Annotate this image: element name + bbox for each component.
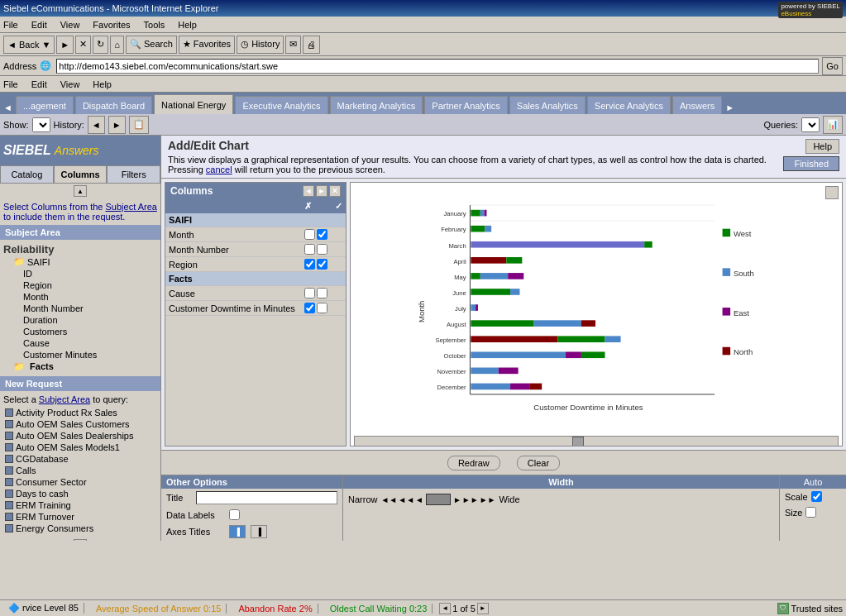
tab-national-energy[interactable]: National Energy bbox=[154, 94, 233, 114]
tab-executive-analytics[interactable]: Executive Analytics bbox=[235, 96, 327, 114]
panel-icon-3[interactable]: ✕ bbox=[329, 185, 341, 197]
home-button[interactable]: ⌂ bbox=[110, 36, 124, 54]
tab-dispatch-board[interactable]: Dispatch Board bbox=[75, 96, 152, 114]
nr-activity-product[interactable]: Activity Product Rx Sales bbox=[3, 407, 157, 418]
nr-calls[interactable]: Calls bbox=[3, 465, 157, 476]
tabs-next-arrow[interactable]: ► bbox=[724, 101, 736, 114]
slider-right1[interactable]: ► bbox=[453, 495, 461, 504]
tab-marketing-analytics[interactable]: Marketing Analytics bbox=[330, 96, 423, 114]
panel-icon-2[interactable]: ► bbox=[316, 185, 327, 197]
datalabels-checkbox[interactable] bbox=[229, 509, 240, 520]
cancel-link[interactable]: cancel bbox=[206, 165, 232, 174]
axes-title-btn1[interactable]: ▐ bbox=[229, 525, 246, 538]
month-check-checkbox[interactable] bbox=[317, 229, 327, 240]
history-icon[interactable]: 📋 bbox=[129, 116, 149, 134]
custdowntime-x-checkbox[interactable] bbox=[304, 303, 315, 313]
slider-left[interactable]: ◄◄ bbox=[398, 495, 414, 504]
tab-answers[interactable]: Answers bbox=[672, 96, 722, 114]
app-menu-help[interactable]: Help bbox=[93, 79, 112, 89]
clear-button[interactable]: Clear bbox=[517, 456, 560, 470]
id-item[interactable]: ID bbox=[3, 268, 157, 279]
nr-auto-oem-customers[interactable]: Auto OEM Sales Customers bbox=[3, 418, 157, 430]
queries-select[interactable] bbox=[801, 117, 820, 132]
cause-x-checkbox[interactable] bbox=[304, 288, 315, 298]
nr-erm-training[interactable]: ERM Training bbox=[3, 499, 157, 511]
favorites-button[interactable]: ★ Favorites bbox=[179, 36, 235, 54]
mail-button[interactable]: ✉ bbox=[285, 36, 301, 54]
ie-menu-edit[interactable]: Edit bbox=[31, 20, 47, 30]
back-button[interactable]: ◄ Back ▼ bbox=[3, 36, 55, 54]
nr-auto-oem-dealerships[interactable]: Auto OEM Sales Dealerships bbox=[3, 430, 157, 442]
ie-menu-file[interactable]: File bbox=[3, 20, 18, 30]
month-x-checkbox[interactable] bbox=[304, 229, 315, 240]
region-x-checkbox[interactable] bbox=[304, 259, 315, 270]
stop-button[interactable]: ✕ bbox=[75, 36, 91, 54]
queries-icon[interactable]: 📊 bbox=[823, 116, 843, 134]
custdowntime-check-checkbox[interactable] bbox=[317, 303, 327, 313]
chart-horizontal-scrollbar[interactable] bbox=[354, 436, 839, 446]
sidebar-tab-filters[interactable]: Filters bbox=[107, 165, 160, 184]
ie-menu-view[interactable]: View bbox=[60, 20, 80, 30]
nr-erm-turnover[interactable]: ERM Turnover bbox=[3, 511, 157, 523]
forward-button[interactable]: ► bbox=[56, 36, 74, 54]
nr-days-to-cash[interactable]: Days to cash bbox=[3, 488, 157, 499]
subject-area-link2[interactable]: Subject Area bbox=[39, 394, 90, 404]
refresh-button[interactable]: ↻ bbox=[93, 36, 108, 54]
page-prev-button[interactable]: ◄ bbox=[439, 603, 451, 614]
panel-icon-1[interactable]: ◄ bbox=[303, 185, 314, 197]
customer-minutes-item[interactable]: Customer Minutes bbox=[3, 349, 157, 361]
region-item[interactable]: Region bbox=[3, 279, 157, 291]
app-menu-file[interactable]: File bbox=[3, 79, 18, 89]
duration-item[interactable]: Duration bbox=[3, 314, 157, 326]
slider-right-right[interactable]: ►► bbox=[480, 495, 496, 504]
slider-right[interactable]: ►► bbox=[462, 495, 479, 504]
nr-consumer-sector[interactable]: Consumer Sector bbox=[3, 476, 157, 488]
scroll-down-button[interactable]: ▼ bbox=[74, 539, 87, 541]
print-button[interactable]: 🖨 bbox=[303, 36, 320, 54]
history-next[interactable]: ► bbox=[108, 116, 126, 134]
help-button[interactable]: Help bbox=[805, 139, 839, 154]
address-input[interactable] bbox=[56, 59, 819, 74]
nr-auto-oem-models1[interactable]: Auto OEM Sales Models1 bbox=[3, 442, 157, 453]
nr-energy-consumers[interactable]: Energy Consumers bbox=[3, 523, 157, 534]
tab-partner-analytics[interactable]: Partner Analytics bbox=[424, 96, 508, 114]
customers-item[interactable]: Customers bbox=[3, 326, 157, 337]
ie-menu-favorites[interactable]: Favorites bbox=[93, 20, 130, 30]
month-number-item[interactable]: Month Number bbox=[3, 303, 157, 314]
page-next-button[interactable]: ► bbox=[477, 603, 489, 614]
ie-menu-help[interactable]: Help bbox=[178, 20, 197, 30]
region-check-checkbox[interactable] bbox=[317, 259, 327, 270]
scroll-up-button[interactable]: ▲ bbox=[74, 185, 87, 197]
slider-left-left[interactable]: ◄◄ bbox=[380, 495, 397, 504]
slider-left1[interactable]: ◄ bbox=[415, 495, 423, 504]
month-item[interactable]: Month bbox=[3, 291, 157, 303]
history-button[interactable]: ◷ History bbox=[237, 36, 284, 54]
tabs-prev-arrow[interactable]: ◄ bbox=[2, 101, 14, 114]
search-button[interactable]: 🔍 Search bbox=[126, 36, 177, 54]
size-checkbox[interactable] bbox=[805, 507, 816, 518]
chart-scroll-icon[interactable] bbox=[825, 186, 839, 199]
nr-cgdatabase[interactable]: CGDatabase bbox=[3, 453, 157, 465]
monthnumber-x-checkbox[interactable] bbox=[304, 244, 315, 255]
axes-title-btn2[interactable]: ▐ bbox=[251, 525, 267, 538]
tab-sales-analytics[interactable]: Sales Analytics bbox=[509, 96, 586, 114]
finished-button[interactable]: Finished bbox=[783, 156, 839, 171]
title-option-input[interactable] bbox=[196, 491, 337, 504]
sidebar-tab-catalog[interactable]: Catalog bbox=[0, 165, 54, 184]
slider-track[interactable] bbox=[426, 494, 451, 505]
history-prev[interactable]: ◄ bbox=[88, 116, 105, 134]
scale-checkbox[interactable] bbox=[811, 491, 822, 502]
app-menu-view[interactable]: View bbox=[60, 79, 80, 89]
redraw-button[interactable]: Redraw bbox=[447, 456, 500, 470]
facts-folder[interactable]: 📁 Facts bbox=[3, 361, 157, 373]
app-menu-edit[interactable]: Edit bbox=[31, 79, 47, 89]
cause-check-checkbox[interactable] bbox=[317, 288, 327, 298]
sidebar-tab-columns[interactable]: Columns bbox=[54, 165, 108, 184]
subject-area-link[interactable]: Subject Area bbox=[106, 202, 157, 212]
ie-menu-tools[interactable]: Tools bbox=[144, 20, 165, 30]
show-select[interactable] bbox=[32, 117, 50, 132]
tab-management[interactable]: ...agement bbox=[16, 96, 74, 114]
saifi-folder[interactable]: 📁 SAIFI bbox=[3, 255, 157, 268]
tab-service-analytics[interactable]: Service Analytics bbox=[587, 96, 671, 114]
monthnumber-check-checkbox[interactable] bbox=[317, 244, 327, 255]
